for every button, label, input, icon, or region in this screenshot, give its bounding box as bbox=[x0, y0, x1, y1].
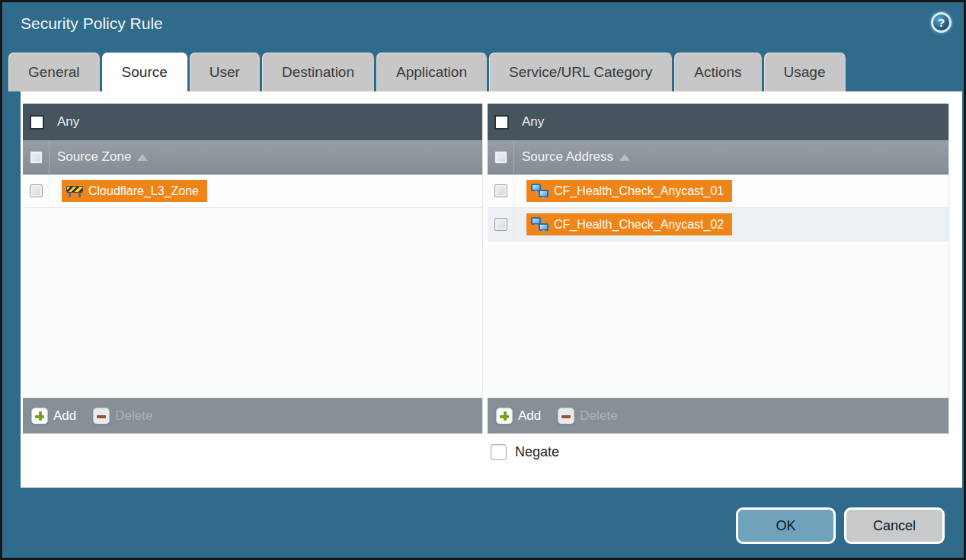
source-address-column-header[interactable]: Source Address bbox=[488, 140, 948, 174]
address-name: CF_Health_Check_Anycast_01 bbox=[554, 184, 724, 198]
table-row[interactable]: CF_Health_Check_Anycast_01 bbox=[488, 174, 948, 208]
delete-icon bbox=[93, 408, 110, 424]
source-address-list: CF_Health_Check_Anycast_01 CF_Health_Che… bbox=[488, 174, 948, 398]
negate-label: Negate bbox=[515, 444, 559, 460]
row-checkbox[interactable] bbox=[30, 184, 43, 197]
add-label: Add bbox=[518, 408, 541, 424]
source-address-panel: Any Source Address CF_Health_Check_Anyca… bbox=[488, 104, 949, 434]
delete-icon bbox=[558, 408, 574, 424]
tab-usage[interactable]: Usage bbox=[764, 53, 846, 91]
delete-label: Delete bbox=[580, 408, 617, 424]
source-zone-any-label: Any bbox=[57, 114, 79, 130]
tab-destination[interactable]: Destination bbox=[262, 53, 374, 91]
add-button[interactable]: Add bbox=[31, 408, 76, 424]
tab-bar: General Source User Destination Applicat… bbox=[8, 53, 846, 91]
tab-service-url-category[interactable]: Service/URL Category bbox=[489, 53, 672, 91]
tab-application[interactable]: Application bbox=[376, 53, 487, 91]
sort-ascending-icon bbox=[137, 154, 148, 161]
help-icon[interactable]: ? bbox=[931, 12, 952, 33]
source-address-toolbar: Add Delete bbox=[488, 398, 948, 434]
cancel-button[interactable]: Cancel bbox=[844, 507, 945, 544]
add-icon bbox=[496, 408, 513, 424]
source-address-any-label: Any bbox=[522, 114, 544, 130]
delete-button[interactable]: Delete bbox=[93, 408, 152, 424]
add-icon bbox=[31, 408, 48, 424]
delete-label: Delete bbox=[115, 408, 152, 424]
source-zone-column-title: Source Zone bbox=[57, 149, 131, 165]
table-row[interactable]: CF_Health_Check_Anycast_02 bbox=[488, 208, 948, 242]
address-chip[interactable]: CF_Health_Check_Anycast_02 bbox=[526, 213, 732, 235]
row-checkbox[interactable] bbox=[494, 184, 507, 197]
source-address-select-all-checkbox[interactable] bbox=[494, 151, 507, 164]
address-name: CF_Health_Check_Anycast_02 bbox=[554, 218, 724, 232]
sort-ascending-icon bbox=[619, 154, 630, 161]
source-zone-select-all-checkbox[interactable] bbox=[30, 151, 43, 164]
row-checkbox[interactable] bbox=[494, 218, 507, 231]
add-label: Add bbox=[53, 408, 76, 424]
tab-source[interactable]: Source bbox=[102, 53, 187, 91]
add-button[interactable]: Add bbox=[496, 408, 541, 424]
source-address-any-row: Any bbox=[488, 104, 948, 140]
address-icon bbox=[531, 184, 549, 198]
delete-button[interactable]: Delete bbox=[558, 408, 617, 424]
source-zone-any-checkbox[interactable] bbox=[30, 115, 44, 130]
tab-user[interactable]: User bbox=[190, 53, 260, 91]
source-address-column-title: Source Address bbox=[522, 149, 613, 165]
source-zone-column-header[interactable]: Source Zone bbox=[23, 140, 482, 174]
source-zone-list: Cloudflare_L3_Zone bbox=[23, 174, 482, 398]
address-chip[interactable]: CF_Health_Check_Anycast_01 bbox=[526, 180, 732, 202]
negate-option: Negate bbox=[491, 444, 559, 460]
tab-general[interactable]: General bbox=[8, 53, 100, 91]
zone-chip[interactable]: Cloudflare_L3_Zone bbox=[62, 180, 207, 202]
zone-name: Cloudflare_L3_Zone bbox=[88, 184, 199, 198]
source-zone-panel: Any Source Zone Cloudflare_L3_Zone bbox=[23, 104, 483, 434]
source-address-any-checkbox[interactable] bbox=[494, 115, 509, 130]
table-row[interactable]: Cloudflare_L3_Zone bbox=[23, 174, 482, 208]
address-icon bbox=[531, 217, 549, 232]
source-zone-toolbar: Add Delete bbox=[23, 398, 482, 434]
zone-icon bbox=[66, 184, 83, 197]
tab-actions[interactable]: Actions bbox=[674, 53, 761, 91]
ok-button[interactable]: OK bbox=[736, 507, 836, 544]
source-tab-content: Any Source Zone Cloudflare_L3_Zone bbox=[21, 91, 962, 488]
source-zone-any-row: Any bbox=[23, 104, 482, 140]
dialog-title: Security Policy Rule bbox=[21, 14, 163, 33]
negate-checkbox[interactable] bbox=[491, 444, 507, 460]
